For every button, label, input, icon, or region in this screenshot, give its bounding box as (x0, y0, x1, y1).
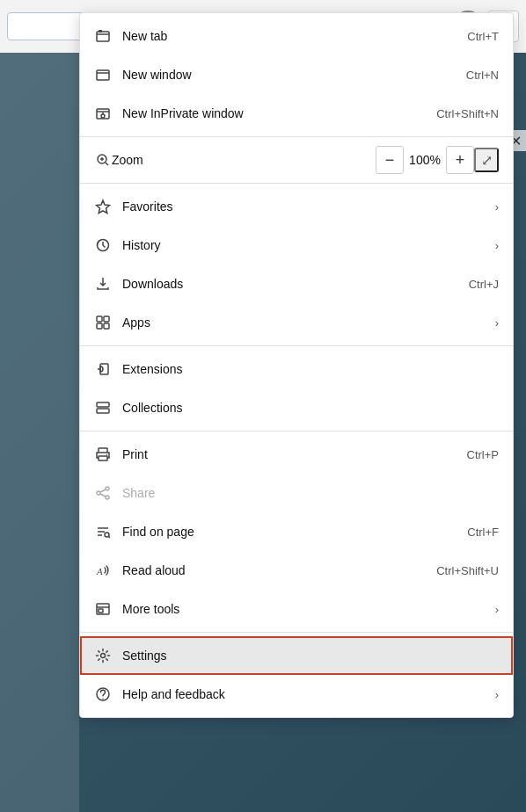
help-feedback-label: Help and feedback (122, 687, 481, 701)
svg-rect-20 (99, 448, 107, 453)
new-window-shortcut: Ctrl+N (466, 69, 499, 82)
menu-item-find-on-page[interactable]: Find on page Ctrl+F (80, 512, 513, 551)
more-tools-arrow: › (495, 603, 499, 616)
print-icon (94, 446, 112, 463)
zoom-row: Zoom − 100% + ⤢ (80, 141, 513, 179)
find-icon (94, 523, 112, 540)
svg-rect-6 (99, 30, 102, 33)
svg-rect-14 (104, 316, 109, 322)
svg-marker-11 (97, 200, 110, 214)
zoom-minus-icon: − (385, 151, 395, 170)
share-label: Share (122, 486, 499, 500)
read-aloud-label: Read aloud (122, 563, 426, 577)
find-on-page-shortcut: Ctrl+F (467, 526, 499, 539)
more-tools-label: More tools (122, 602, 481, 616)
svg-rect-16 (104, 323, 109, 329)
divider-1 (80, 136, 513, 137)
zoom-minus-button[interactable]: − (376, 146, 404, 174)
svg-text:A: A (96, 566, 103, 576)
apps-arrow: › (495, 316, 499, 330)
history-label: History (122, 238, 481, 252)
menu-item-favorites[interactable]: Favorites › (80, 187, 513, 226)
history-icon (94, 236, 112, 254)
extensions-label: Extensions (122, 362, 499, 376)
menu-item-print[interactable]: Print Ctrl+P (80, 435, 513, 474)
menu-item-history[interactable]: History › (80, 226, 513, 265)
favorites-arrow: › (495, 200, 499, 214)
settings-label: Settings (122, 649, 499, 663)
menu-item-settings[interactable]: Settings (80, 636, 513, 675)
menu-item-help-feedback[interactable]: Help and feedback › (80, 675, 513, 714)
apps-icon (94, 314, 112, 331)
menu-item-share: Share (80, 474, 513, 512)
sidebar-hint (0, 53, 79, 812)
new-tab-label: New tab (122, 29, 457, 43)
read-aloud-shortcut: Ctrl+Shift+U (436, 564, 499, 577)
new-window-label: New window (122, 68, 456, 82)
menu-item-new-inprivate[interactable]: New InPrivate window Ctrl+Shift+N (80, 94, 513, 133)
apps-label: Apps (122, 315, 481, 330)
help-icon (94, 685, 112, 703)
read-aloud-icon: A (94, 562, 112, 579)
favorites-label: Favorites (122, 199, 481, 214)
new-tab-icon (94, 27, 112, 45)
zoom-plus-icon: + (456, 151, 465, 170)
menu-item-new-tab[interactable]: New tab Ctrl+T (80, 17, 513, 55)
svg-point-26 (105, 533, 109, 537)
new-window-icon (94, 66, 112, 83)
downloads-icon (94, 275, 112, 293)
zoom-plus-button[interactable]: + (446, 146, 474, 174)
divider-3 (80, 345, 513, 346)
divider-5 (80, 632, 513, 633)
menu-item-collections[interactable]: Collections (80, 388, 513, 427)
svg-rect-7 (97, 70, 109, 80)
menu-item-apps[interactable]: Apps › (80, 303, 513, 342)
menu-item-more-tools[interactable]: More tools › (80, 590, 513, 628)
svg-rect-21 (99, 456, 107, 460)
extensions-icon (94, 360, 112, 378)
downloads-shortcut: Ctrl+J (469, 278, 499, 291)
help-feedback-arrow: › (495, 688, 499, 701)
svg-point-9 (101, 114, 105, 118)
zoom-value: 100% (404, 153, 446, 167)
menu-item-extensions[interactable]: Extensions (80, 350, 513, 388)
history-arrow: › (495, 239, 499, 252)
svg-point-23 (106, 487, 109, 490)
svg-rect-17 (100, 364, 108, 374)
svg-point-30 (101, 654, 106, 658)
divider-4 (80, 431, 513, 431)
browser-menu: New tab Ctrl+T New window Ctrl+N New InP… (79, 12, 514, 718)
favorites-icon (94, 198, 112, 215)
collections-menu-icon (94, 399, 112, 417)
svg-point-25 (106, 496, 109, 499)
svg-rect-15 (97, 323, 102, 329)
svg-rect-5 (97, 32, 109, 41)
collections-label: Collections (122, 401, 499, 415)
zoom-expand-button[interactable]: ⤢ (474, 148, 499, 172)
print-shortcut: Ctrl+P (467, 448, 499, 461)
new-inprivate-label: New InPrivate window (122, 106, 426, 120)
zoom-expand-icon: ⤢ (481, 152, 493, 169)
menu-item-read-aloud[interactable]: A Read aloud Ctrl+Shift+U (80, 551, 513, 590)
menu-item-downloads[interactable]: Downloads Ctrl+J (80, 265, 513, 303)
new-tab-shortcut: Ctrl+T (467, 30, 499, 43)
find-on-page-label: Find on page (122, 525, 457, 539)
zoom-label: Zoom (112, 153, 376, 167)
new-inprivate-shortcut: Ctrl+Shift+N (436, 107, 499, 120)
svg-point-32 (102, 698, 103, 699)
svg-point-24 (97, 491, 100, 495)
divider-2 (80, 183, 513, 184)
print-label: Print (122, 447, 457, 461)
svg-rect-19 (97, 409, 109, 413)
more-tools-icon (94, 600, 112, 618)
share-icon (94, 484, 112, 502)
svg-rect-13 (97, 316, 102, 322)
new-inprivate-icon (94, 105, 112, 122)
svg-rect-18 (97, 402, 109, 407)
svg-rect-29 (99, 609, 103, 613)
menu-item-new-window[interactable]: New window Ctrl+N (80, 55, 513, 94)
zoom-icon (94, 151, 112, 169)
downloads-label: Downloads (122, 277, 458, 291)
settings-icon (94, 647, 112, 664)
svg-point-22 (106, 454, 107, 455)
